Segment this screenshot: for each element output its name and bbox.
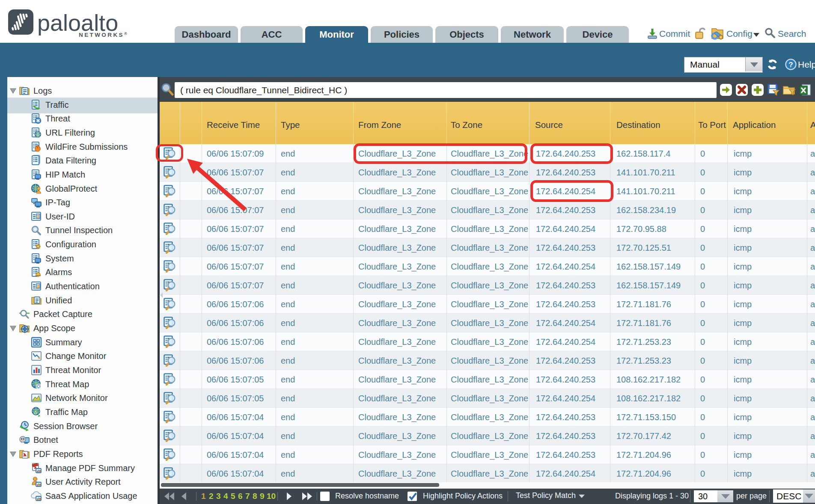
svg-text:?: ? [788, 61, 793, 69]
